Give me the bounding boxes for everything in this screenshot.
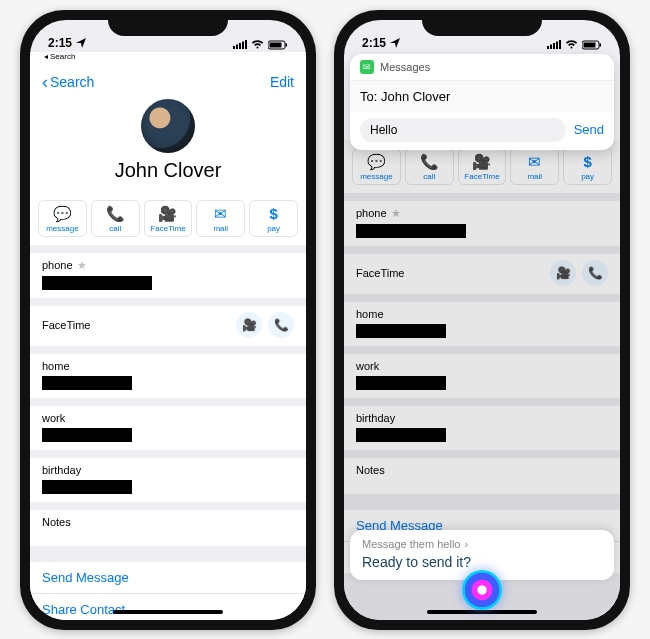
device-left: 2:15 ◂ Search ‹: [20, 10, 316, 630]
notes-section[interactable]: Notes: [344, 458, 620, 494]
field-label: Notes: [42, 516, 294, 528]
send-message-link[interactable]: Send Message: [30, 562, 306, 593]
status-time: 2:15: [48, 36, 72, 50]
to-prefix: To:: [360, 89, 377, 104]
svg-rect-10: [553, 43, 555, 49]
mail-icon: ✉: [214, 206, 227, 222]
siri-prompt-text: Ready to send it?: [362, 554, 602, 570]
call-button[interactable]: 📞call: [405, 148, 454, 185]
home-section[interactable]: home: [344, 302, 620, 346]
to-name: John Clover: [381, 89, 450, 104]
pay-icon: $: [583, 154, 591, 170]
field-label: FaceTime: [356, 267, 405, 279]
siri-message-card: ✉ Messages To: John Clover Hello Send: [350, 54, 614, 150]
avatar[interactable]: [141, 99, 195, 153]
battery-icon: [268, 40, 288, 50]
birthday-section[interactable]: birthday: [30, 458, 306, 502]
field-label: work: [42, 412, 294, 424]
facetime-section: FaceTime 🎥 📞: [30, 306, 306, 346]
facetime-section: FaceTime🎥📞: [344, 254, 620, 294]
cell-signal-icon: [233, 40, 247, 49]
birthday-section[interactable]: birthday: [344, 406, 620, 450]
screen-contacts: 2:15 ◂ Search ‹: [30, 20, 306, 620]
siri-subscript: Message them hello: [362, 538, 460, 550]
redacted-value: [42, 376, 132, 390]
field-label: birthday: [356, 412, 608, 424]
message-button[interactable]: 💬message: [38, 200, 87, 237]
breadcrumb[interactable]: ◂ Search: [44, 52, 75, 61]
siri-to-row: To: John Clover: [350, 81, 614, 112]
svg-rect-14: [584, 42, 596, 47]
field-label: phone: [42, 259, 73, 271]
svg-rect-9: [550, 45, 552, 50]
message-button[interactable]: 💬message: [352, 148, 401, 185]
redacted-value: [42, 480, 132, 494]
call-button[interactable]: 📞call: [91, 200, 140, 237]
action-label: FaceTime: [464, 172, 499, 181]
back-button[interactable]: ‹ Search: [42, 72, 94, 93]
action-label: pay: [581, 172, 594, 181]
action-label: message: [46, 224, 78, 233]
screen-siri: 2:15 ✉ Messages To: John Clover: [344, 20, 620, 620]
share-contact-link[interactable]: Share Contact: [30, 593, 306, 620]
svg-rect-12: [559, 40, 561, 49]
svg-rect-1: [236, 45, 238, 50]
svg-rect-7: [286, 43, 288, 46]
svg-rect-11: [556, 42, 558, 50]
svg-rect-8: [547, 46, 549, 49]
message-icon: 💬: [53, 206, 72, 222]
star-icon: ★: [77, 259, 87, 272]
field-label: work: [356, 360, 608, 372]
edit-button[interactable]: Edit: [270, 74, 294, 90]
contact-header: John Clover: [30, 97, 306, 192]
facetime-icon: 🎥: [158, 206, 177, 222]
svg-rect-2: [239, 43, 241, 49]
field-label: home: [42, 360, 294, 372]
notes-section[interactable]: Notes: [30, 510, 306, 546]
siri-app-label: Messages: [380, 61, 430, 73]
facetime-button[interactable]: 🎥FaceTime: [458, 148, 507, 185]
location-icon: [76, 38, 86, 48]
redacted-value: [356, 376, 446, 390]
facetime-video-button[interactable]: 🎥: [236, 312, 262, 338]
phone-section[interactable]: phone★: [344, 201, 620, 246]
cell-signal-icon: [547, 40, 561, 49]
contact-details: phone★ FaceTime 🎥 📞 home work birthday: [30, 245, 306, 620]
siri-orb[interactable]: [462, 570, 502, 610]
home-indicator[interactable]: [427, 610, 537, 614]
facetime-video-button[interactable]: 🎥: [550, 260, 576, 286]
mail-icon: ✉: [528, 154, 541, 170]
home-indicator[interactable]: [113, 610, 223, 614]
action-label: pay: [267, 224, 280, 233]
video-icon: 🎥: [556, 266, 571, 280]
mail-button[interactable]: ✉mail: [196, 200, 245, 237]
svg-rect-0: [233, 46, 235, 49]
svg-rect-4: [245, 40, 247, 49]
action-label: mail: [527, 172, 542, 181]
svg-rect-15: [600, 43, 602, 46]
action-label: FaceTime: [150, 224, 185, 233]
action-label: mail: [213, 224, 228, 233]
facetime-audio-button[interactable]: 📞: [582, 260, 608, 286]
status-time: 2:15: [362, 36, 386, 50]
phone-section[interactable]: phone★: [30, 253, 306, 298]
pay-button[interactable]: $pay: [563, 148, 612, 185]
siri-draft-text[interactable]: Hello: [360, 118, 566, 142]
redacted-value: [42, 276, 152, 290]
call-icon: 📞: [106, 206, 125, 222]
home-section[interactable]: home: [30, 354, 306, 398]
redacted-value: [356, 324, 446, 338]
device-notch: [108, 10, 228, 36]
work-section[interactable]: work: [344, 354, 620, 398]
svg-rect-6: [270, 42, 282, 47]
facetime-audio-button[interactable]: 📞: [268, 312, 294, 338]
mail-button[interactable]: ✉mail: [510, 148, 559, 185]
pay-button[interactable]: $pay: [249, 200, 298, 237]
breadcrumb-label: Search: [50, 52, 75, 61]
facetime-button[interactable]: 🎥FaceTime: [144, 200, 193, 237]
wifi-icon: [565, 40, 578, 49]
star-icon: ★: [391, 207, 401, 220]
work-section[interactable]: work: [30, 406, 306, 450]
redacted-value: [356, 224, 466, 238]
send-button[interactable]: Send: [574, 122, 604, 137]
